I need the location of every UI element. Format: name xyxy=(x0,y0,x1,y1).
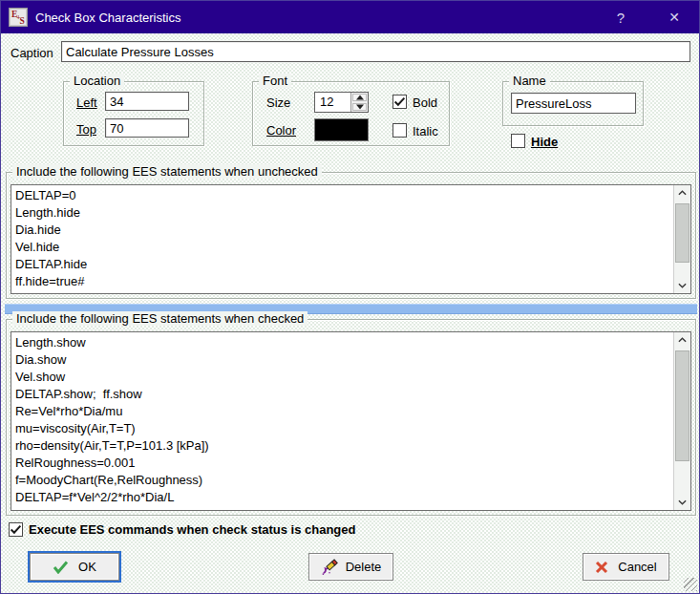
font-size-value: 12 xyxy=(315,93,350,112)
font-group-title: Font xyxy=(259,74,291,88)
font-color-swatch[interactable] xyxy=(314,118,369,141)
checked-statements-text: Length.show Dia.show Vel.show DELTAP.sho… xyxy=(15,334,669,510)
name-input[interactable] xyxy=(511,93,636,114)
left-label: Left xyxy=(76,95,97,110)
caption-label: Caption xyxy=(11,46,53,60)
delete-button-label: Delete xyxy=(346,560,382,574)
cancel-button[interactable]: Cancel xyxy=(583,553,669,581)
help-button[interactable]: ? xyxy=(600,1,642,33)
color-label: Color xyxy=(266,123,296,138)
cancel-button-label: Cancel xyxy=(618,560,656,574)
size-up-button[interactable] xyxy=(352,94,367,101)
unchecked-statements-group: Include the following EES statements whe… xyxy=(6,172,696,299)
check-icon xyxy=(393,96,406,107)
italic-label: Italic xyxy=(413,124,438,138)
ok-check-icon xyxy=(53,561,69,574)
cancel-x-icon xyxy=(595,561,608,574)
checked-statements-group: Include the following EES statements whe… xyxy=(6,319,696,516)
top-input[interactable] xyxy=(105,118,189,138)
hide-checkbox[interactable] xyxy=(511,134,525,148)
unchecked-statements-list[interactable]: DELTAP=0 Length.hide Dia.hide Vel.hide D… xyxy=(11,184,691,294)
size-label: Size xyxy=(266,95,290,110)
up-arrow-icon xyxy=(356,95,364,100)
scroll-down-icon[interactable] xyxy=(674,278,690,293)
delete-eraser-icon xyxy=(321,558,339,576)
top-label: Top xyxy=(76,122,96,137)
unchecked-statements-text: DELTAP=0 Length.hide Dia.hide Vel.hide D… xyxy=(15,187,669,293)
scroll-up-icon[interactable] xyxy=(674,332,690,348)
italic-checkbox[interactable] xyxy=(392,123,407,138)
delete-button[interactable]: Delete xyxy=(308,553,393,581)
name-group: Name xyxy=(502,81,644,126)
bold-checkbox[interactable] xyxy=(392,95,407,109)
scroll-down-icon[interactable] xyxy=(674,495,690,510)
scroll-up-icon[interactable] xyxy=(674,185,690,201)
close-icon[interactable]: ✕ xyxy=(653,1,695,33)
title-bar: E + S Check Box Characteristics ? ✕ xyxy=(1,1,699,33)
ok-button-label: OK xyxy=(78,560,96,574)
scrollbar-thumb[interactable] xyxy=(675,350,689,461)
ees-app-icon: E + S xyxy=(9,8,28,27)
caption-input[interactable] xyxy=(61,41,690,62)
name-group-title: Name xyxy=(509,74,550,88)
font-size-stepper[interactable]: 12 xyxy=(314,92,369,113)
unchecked-statements-label: Include the following EES statements whe… xyxy=(12,164,322,179)
svg-text:S: S xyxy=(20,16,25,26)
checked-statements-label: Include the following EES statements whe… xyxy=(12,311,308,326)
ok-button[interactable]: OK xyxy=(30,553,119,581)
bold-label: Bold xyxy=(413,95,437,110)
hide-label: Hide xyxy=(531,135,558,149)
execute-commands-label: Execute EES commands when check status i… xyxy=(29,522,355,537)
execute-commands-checkbox[interactable] xyxy=(9,522,23,537)
left-input[interactable] xyxy=(105,92,189,111)
font-group: Font Size 12 Bold Color Italic xyxy=(252,81,450,146)
unchecked-scrollbar[interactable] xyxy=(673,185,690,293)
checked-scrollbar[interactable] xyxy=(673,332,690,510)
resize-grip[interactable] xyxy=(684,578,697,591)
check-icon xyxy=(10,524,22,535)
checkbox-characteristics-dialog: E + S Check Box Characteristics ? ✕ Capt… xyxy=(0,0,700,594)
down-arrow-icon xyxy=(356,105,364,110)
size-down-button[interactable] xyxy=(352,103,367,111)
checked-statements-list[interactable]: Length.show Dia.show Vel.show DELTAP.sho… xyxy=(11,331,691,511)
location-group-title: Location xyxy=(70,74,124,88)
location-group: Location Left Top xyxy=(63,81,204,146)
scrollbar-thumb[interactable] xyxy=(675,203,689,263)
window-title: Check Box Characteristics xyxy=(35,11,180,25)
